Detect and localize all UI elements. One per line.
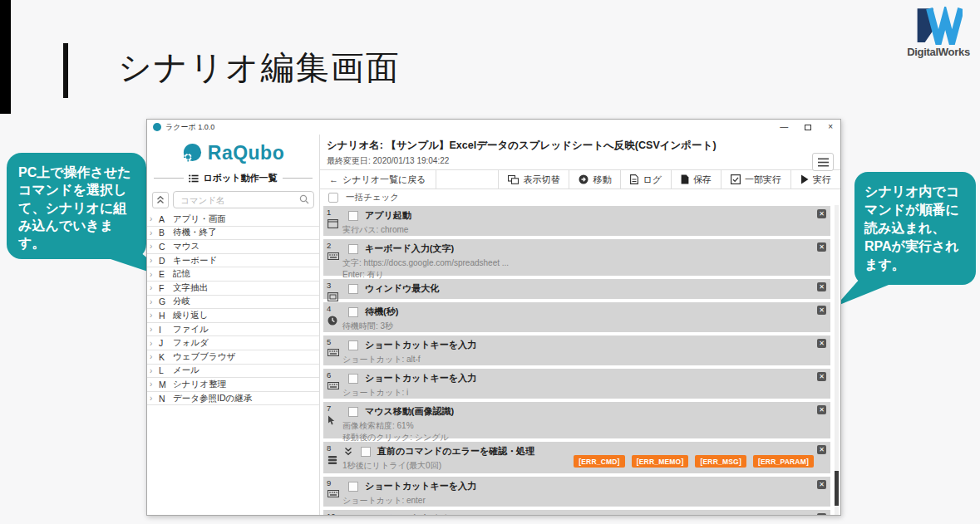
toggle-view-button[interactable]: 表示切替: [498, 170, 569, 189]
sidebar-item-mail[interactable]: ›Lメール: [147, 365, 319, 379]
close-button[interactable]: ×: [828, 123, 833, 131]
cursor-icon: [327, 415, 336, 425]
sidebar-item-scenario-organize[interactable]: ›Mシナリオ整理: [147, 378, 319, 392]
sidebar: RaQubo ロボット動作一覧: [147, 135, 319, 515]
delete-command-button[interactable]: ✕: [817, 339, 826, 348]
partial-run-button[interactable]: 一部実行: [721, 170, 790, 189]
move-button[interactable]: 移動: [569, 170, 620, 189]
delete-command-button[interactable]: ✕: [817, 209, 826, 218]
command-row-8[interactable]: 8: [323, 442, 830, 473]
sidebar-item-loop[interactable]: ›H繰り返し: [147, 309, 319, 323]
toolbar: ← シナリオ一覧に戻る 表示切替: [320, 169, 840, 189]
sidebar-item-file[interactable]: ›Iファイル: [147, 323, 319, 337]
command-checkbox[interactable]: [361, 447, 371, 457]
log-button[interactable]: ログ: [620, 170, 671, 189]
command-number: 4: [327, 305, 342, 313]
main-panel: シナリオ名: 【サンプル】Excelデータのスプレッドシートへ反映(CSVインポ…: [319, 135, 840, 515]
app-window-icon: [327, 219, 338, 228]
error-tags: [ERR_CMD] [ERR_MEMO] [ERR_MSG] [ERR_PARA…: [574, 455, 814, 468]
command-row-6[interactable]: 6 ショートカットキーを入力 シ: [323, 369, 830, 399]
title-accent-bar: [63, 43, 68, 98]
sidebar-item-app-screen[interactable]: ›Aアプリ・画面: [147, 213, 319, 227]
chevron-right-icon: ›: [150, 228, 159, 238]
error-tag[interactable]: [ERR_CMD]: [574, 455, 625, 468]
sidebar-item-data-ref-id[interactable]: ›Nデータ参照IDの継承: [147, 392, 319, 406]
back-to-scenario-list-button[interactable]: ← シナリオ一覧に戻る: [320, 170, 436, 189]
command-row-5[interactable]: 5 ショートカットキーを入力 シ: [323, 335, 830, 365]
delete-command-button[interactable]: ✕: [817, 372, 826, 381]
command-number: 6: [327, 371, 342, 380]
delete-command-button[interactable]: ✕: [817, 306, 826, 315]
command-checkbox[interactable]: [348, 374, 358, 384]
log-icon: [630, 174, 638, 184]
command-checkbox[interactable]: [348, 211, 358, 221]
error-tag[interactable]: [ERR_PARAM]: [753, 455, 814, 468]
command-number: 1: [327, 208, 342, 217]
sidebar-item-memory[interactable]: ›E記憶: [147, 267, 319, 282]
bulk-check-checkbox[interactable]: [328, 193, 338, 203]
app-icon: [153, 123, 161, 131]
menu-button[interactable]: [812, 153, 834, 171]
error-tag[interactable]: [ERR_MSG]: [695, 455, 746, 468]
expand-command-icon[interactable]: [344, 447, 352, 456]
command-row-9[interactable]: 9 ショートカットキーを入力 シ: [323, 477, 830, 507]
delete-command-button[interactable]: ✕: [817, 242, 826, 252]
chevron-right-icon: ›: [150, 283, 159, 292]
back-arrow-icon: ←: [329, 174, 338, 184]
delete-command-button[interactable]: ✕: [817, 513, 826, 515]
save-button[interactable]: 保存: [671, 170, 721, 189]
scenario-name: シナリオ名: 【サンプル】Excelデータのスプレッドシートへ反映(CSVインポ…: [327, 139, 834, 153]
command-row-7[interactable]: 7 マウス移動(画像認識) 画像検索精度: 61%: [323, 402, 830, 438]
sidebar-item-folder[interactable]: ›Jフォルダ: [147, 336, 319, 350]
annotation-left-text: PC上で操作させたコマンドを選択して、シナリオに組み込んでいきます。: [18, 165, 131, 250]
command-row-4[interactable]: 4 待機(秒) 待機時間: 3秒: [323, 302, 830, 332]
scrollbar-thumb[interactable]: [835, 471, 839, 506]
command-row-2[interactable]: 2 キーボード入力(文字): [323, 239, 830, 276]
search-icon: [299, 194, 309, 204]
bulk-check-label: 一括チェック: [346, 192, 399, 203]
delete-command-button[interactable]: ✕: [817, 282, 826, 291]
collapse-all-button[interactable]: [152, 192, 169, 208]
command-checkbox[interactable]: [348, 340, 358, 350]
command-checkbox[interactable]: [348, 244, 358, 254]
command-checkbox[interactable]: [348, 307, 358, 317]
scrollbar-track[interactable]: [835, 205, 839, 515]
keyboard-icon: [327, 382, 339, 389]
command-row-10[interactable]: 10 キーボード入力(文字) ✕: [323, 510, 830, 515]
annotation-bubble-right: シナリオ内でコマンドが順番に読み込まれ、RPAが実行されます。: [854, 172, 976, 285]
sidebar-item-branch[interactable]: ›G分岐: [147, 296, 319, 310]
sidebar-item-text-extract[interactable]: ›F文字抽出: [147, 282, 319, 296]
raqubo-mark-icon: [182, 143, 203, 164]
error-tag[interactable]: [ERR_MEMO]: [632, 455, 689, 468]
chevron-right-icon: ›: [150, 366, 159, 375]
delete-command-button[interactable]: ✕: [817, 480, 826, 489]
partial-run-icon: [731, 174, 741, 184]
window-titlebar[interactable]: ラクーボ 1.0.0 — ×: [147, 120, 840, 135]
delete-command-button[interactable]: ✕: [817, 445, 826, 454]
sidebar-item-wait-exit[interactable]: ›B待機・終了: [147, 227, 319, 241]
digitalworks-mark-icon: [914, 7, 963, 45]
sidebar-item-keyboard[interactable]: ›Dキーボード: [147, 254, 319, 268]
command-checkbox[interactable]: [348, 284, 358, 294]
command-row-1[interactable]: 1 アプリ起動 実行パス: chrome: [323, 206, 830, 236]
delete-command-button[interactable]: ✕: [817, 405, 826, 414]
annotation-bubble-left: PC上で操作させたコマンドを選択して、シナリオに組み込んでいきます。: [7, 153, 146, 259]
run-button[interactable]: 実行: [790, 170, 840, 189]
app-window: ラクーボ 1.0.0 — ×: [146, 119, 841, 516]
sidebar-item-webbrowser[interactable]: ›Kウェブブラウザ: [147, 350, 319, 365]
maximize-button[interactable]: [805, 125, 811, 130]
command-search-input[interactable]: [173, 191, 314, 208]
corner-decoration: [0, 0, 11, 114]
sidebar-item-mouse[interactable]: ›Cマウス: [147, 240, 319, 254]
minimize-button[interactable]: —: [780, 123, 788, 131]
command-row-3[interactable]: 3 ウィンドウ最大化 ✕: [323, 279, 830, 299]
page-title: シナリオ編集画面: [118, 45, 401, 91]
toggle-view-icon: [508, 175, 519, 184]
chevron-right-icon: ›: [150, 297, 159, 306]
command-checkbox[interactable]: [348, 482, 358, 492]
sidebar-section-header: ロボット動作一覧: [147, 172, 319, 184]
command-checkbox[interactable]: [348, 407, 358, 417]
chevron-right-icon: ›: [150, 339, 159, 348]
raqubo-logo: RaQubo: [147, 142, 319, 164]
command-checkbox[interactable]: [348, 515, 358, 516]
